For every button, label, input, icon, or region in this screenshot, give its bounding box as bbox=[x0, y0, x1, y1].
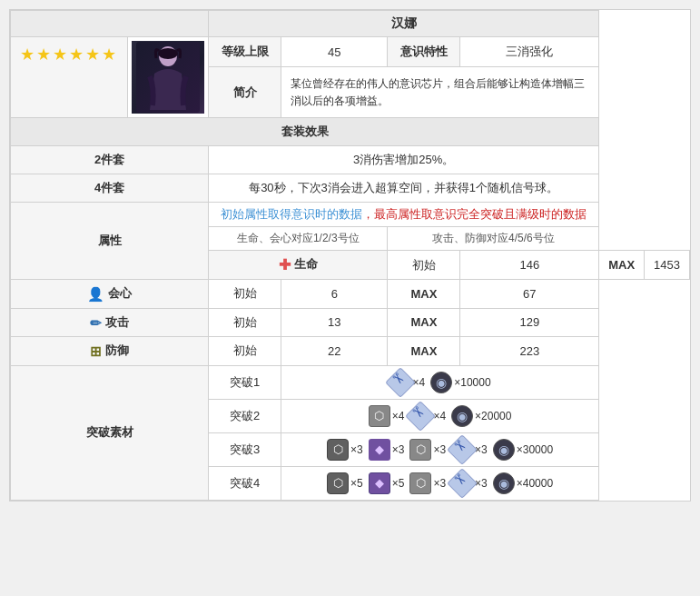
avatar-cell bbox=[128, 37, 209, 118]
bt3-mat-3: ⬡ ×3 bbox=[409, 439, 446, 461]
bt2-materials: ⬡ ×4 ✂ ×4 ◉ ×20000 bbox=[281, 399, 599, 432]
stat-row-atk: ✏ 攻击 初始 13 MAX 129 bbox=[11, 308, 690, 337]
bt3-mat-1: ⬡ ×3 bbox=[327, 439, 363, 461]
stars-cell: ★★★★★★ bbox=[11, 37, 128, 118]
bt1-materials: ✂ ×4 ◉ ×10000 bbox=[281, 365, 599, 399]
attr-sub2: 攻击、防御对应4/5/6号位 bbox=[388, 227, 599, 251]
rock-icon-2: ⬡ bbox=[409, 439, 431, 461]
bt3-mat-5: ◉ ×30000 bbox=[493, 439, 553, 461]
stat-row-crit: 👤 会心 初始 6 MAX 67 bbox=[11, 280, 690, 309]
breakthrough-row-1: 突破素材 突破1 ✂ ×4 ◉ ×10000 bbox=[11, 365, 690, 399]
set2-row: 2件套 3消伤害增加25%。 bbox=[11, 146, 690, 174]
intro-text: 某位曾经存在的伟人的意识芯片，组合后能够让构造体增幅三消以后的各项增益。 bbox=[281, 67, 599, 118]
stat-atk-initial-value: 13 bbox=[281, 308, 388, 337]
basic-info-row: ★★★★★★ bbox=[11, 37, 690, 67]
bt3-mat-4: ✂ ×3 bbox=[451, 439, 488, 461]
rock-icon-3: ⬡ bbox=[409, 472, 431, 494]
bt4-mat-3-count: ×3 bbox=[433, 477, 446, 490]
bt1-mat-2: ◉ ×10000 bbox=[430, 372, 490, 393]
stat-crit-name: 会心 bbox=[108, 286, 132, 300]
hp-icon: ✚ bbox=[279, 257, 291, 273]
bt3-mat-2: ◆ ×3 bbox=[369, 439, 405, 461]
set-effect-label: 套装效果 bbox=[11, 118, 599, 146]
bt4-mat-2: ◆ ×5 bbox=[369, 472, 405, 494]
trait-value: 三消强化 bbox=[460, 37, 599, 67]
bigrock-icon: ⬡ bbox=[327, 439, 349, 461]
bt2-label: 突破2 bbox=[209, 399, 281, 432]
set4-text: 每30秒，下次3消会进入超算空间，并获得1个随机信号球。 bbox=[209, 174, 599, 203]
stat-hp-max-value: 1453 bbox=[645, 251, 690, 280]
set4-label: 4件套 bbox=[11, 174, 209, 203]
bt4-mat-5-count: ×40000 bbox=[517, 477, 553, 490]
svg-point-2 bbox=[158, 48, 178, 59]
stat-atk-max-label: MAX bbox=[388, 308, 460, 337]
character-avatar bbox=[132, 41, 204, 114]
character-name: 汉娜 bbox=[209, 11, 599, 37]
level-cap-label: 等级上限 bbox=[209, 37, 281, 67]
bt4-mat-4: ✂ ×3 bbox=[451, 472, 488, 494]
stat-def-name: 防御 bbox=[105, 343, 129, 357]
breakthrough-label: 突破素材 bbox=[11, 365, 209, 500]
bt2-mat-3: ◉ ×20000 bbox=[451, 405, 511, 427]
bt3-label: 突破3 bbox=[209, 432, 281, 466]
stat-crit-max-value: 67 bbox=[460, 280, 599, 309]
stat-hp-initial-label: 初始 bbox=[388, 251, 460, 280]
bt3-materials: ⬡ ×3 ◆ ×3 ⬡ ×3 ✂ ×3 bbox=[281, 432, 599, 466]
set2-label: 2件套 bbox=[11, 146, 209, 174]
bt1-mat-1: ✂ ×4 bbox=[389, 372, 426, 393]
star-rating: ★★★★★★ bbox=[20, 45, 118, 65]
scissors-icon-2: ✂ bbox=[405, 401, 436, 432]
orb-icon-2: ◉ bbox=[451, 405, 473, 427]
stat-hp-initial-value: 146 bbox=[460, 251, 599, 280]
stat-atk-max-value: 129 bbox=[460, 308, 599, 337]
level-cap-value: 45 bbox=[281, 37, 388, 67]
trait-label: 意识特性 bbox=[388, 37, 460, 67]
character-card: 汉娜 ★★★★★★ bbox=[9, 9, 691, 502]
bt3-mat-2-count: ×3 bbox=[392, 443, 405, 456]
scissors-icon-4: ✂ bbox=[447, 468, 478, 499]
stat-hp-name: 生命 bbox=[294, 257, 318, 271]
stat-def-max-label: MAX bbox=[388, 337, 460, 366]
stat-crit-initial-label: 初始 bbox=[209, 280, 281, 309]
scissors-icon: ✂ bbox=[385, 367, 416, 398]
bt3-mat-5-count: ×30000 bbox=[517, 443, 553, 456]
attr-label: 属性 bbox=[11, 203, 209, 280]
set2-text: 3消伤害增加25%。 bbox=[209, 146, 599, 174]
set4-row: 4件套 每30秒，下次3消会进入超算空间，并获得1个随机信号球。 bbox=[11, 174, 690, 203]
stat-def-initial-label: 初始 bbox=[209, 337, 281, 366]
orb-icon: ◉ bbox=[430, 372, 452, 393]
crit-icon: 👤 bbox=[87, 286, 104, 302]
orb-icon-4: ◉ bbox=[493, 472, 515, 494]
stat-atk-name: 攻击 bbox=[105, 315, 129, 329]
intro-label: 简介 bbox=[209, 67, 281, 118]
rock-icon: ⬡ bbox=[369, 405, 390, 427]
atk-icon: ✏ bbox=[90, 314, 102, 330]
scissors-icon-3: ✂ bbox=[447, 434, 478, 465]
stat-hp-max-label: MAX bbox=[599, 251, 645, 280]
stat-crit-label: 👤 会心 bbox=[11, 280, 209, 309]
stat-atk-initial-label: 初始 bbox=[209, 308, 281, 337]
bt4-mat-5: ◉ ×40000 bbox=[493, 472, 553, 494]
stat-row-def: ⊞ 防御 初始 22 MAX 223 bbox=[11, 337, 690, 366]
stat-atk-label: ✏ 攻击 bbox=[11, 308, 209, 337]
bt4-mat-1: ⬡ ×5 bbox=[327, 472, 363, 494]
bt2-mat-2: ✂ ×4 bbox=[409, 405, 446, 427]
bt3-mat-1-count: ×3 bbox=[350, 443, 363, 456]
bt2-mat-3-count: ×20000 bbox=[475, 410, 511, 422]
bt2-mat-2-count: ×4 bbox=[433, 410, 446, 422]
orb-icon-3: ◉ bbox=[493, 439, 515, 461]
bt4-materials: ⬡ ×5 ◆ ×5 ⬡ ×3 ✂ ×3 bbox=[281, 466, 599, 500]
bt4-mat-2-count: ×5 bbox=[392, 477, 405, 490]
bt3-mat-3-count: ×3 bbox=[433, 443, 446, 456]
purple-icon: ◆ bbox=[369, 439, 390, 461]
bt4-mat-3: ⬡ ×3 bbox=[409, 472, 446, 494]
attr-header-row: 属性 初始属性取得意识时的数据，最高属性取意识完全突破且满级时的数据 bbox=[11, 203, 690, 227]
bt4-mat-1-count: ×5 bbox=[350, 477, 363, 490]
stat-def-label: ⊞ 防御 bbox=[11, 337, 209, 366]
set-effect-header: 套装效果 bbox=[11, 118, 690, 146]
purple-icon-2: ◆ bbox=[369, 472, 390, 494]
attr-sub1: 生命、会心对应1/2/3号位 bbox=[209, 227, 388, 251]
stat-def-initial-value: 22 bbox=[281, 337, 388, 366]
bt1-label: 突破1 bbox=[209, 365, 281, 399]
bt4-label: 突破4 bbox=[209, 466, 281, 500]
